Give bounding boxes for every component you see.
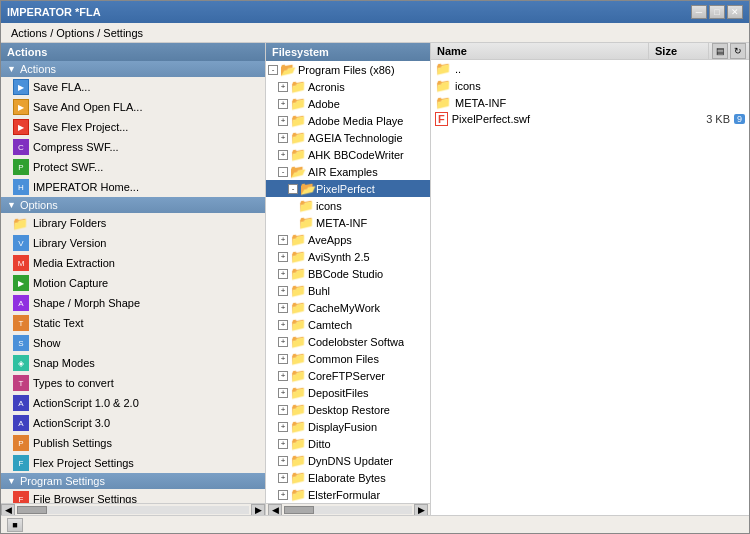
file-label: icons — [455, 80, 481, 92]
action-home[interactable]: H IMPERATOR Home... — [1, 177, 265, 197]
tree-item[interactable]: + 📁 DynDNS Updater — [266, 452, 430, 469]
tree-item[interactable]: + 📁 AGEIA Technologie — [266, 129, 430, 146]
library-version-icon: V — [13, 235, 29, 251]
menu-actions-options-settings[interactable]: Actions / Options / Settings — [5, 26, 149, 40]
expand-button[interactable]: - — [268, 65, 278, 75]
action-library-version[interactable]: V Library Version — [1, 233, 265, 253]
expand-button[interactable]: + — [278, 354, 288, 364]
action-protect[interactable]: P Protect SWF... — [1, 157, 265, 177]
tree-item[interactable]: - 📂 Program Files (x86) — [266, 61, 430, 78]
action-snap-modes[interactable]: ◈ Snap Modes — [1, 353, 265, 373]
expand-button[interactable]: + — [278, 405, 288, 415]
expand-button[interactable]: + — [278, 116, 288, 126]
expand-button[interactable]: + — [278, 303, 288, 313]
tree-item[interactable]: + 📁 Codelobster Softwa — [266, 333, 430, 350]
tree-label: AHK BBCodeWriter — [308, 149, 404, 161]
scroll-right-button[interactable]: ▶ — [414, 504, 428, 516]
tree-item[interactable]: + 📁 AHK BBCodeWriter — [266, 146, 430, 163]
expand-button[interactable]: + — [278, 133, 288, 143]
expand-button[interactable]: - — [278, 167, 288, 177]
tree-item-selected[interactable]: - 📂 PixelPerfect — [266, 180, 430, 197]
expand-button[interactable]: + — [278, 99, 288, 109]
tree-item[interactable]: + 📁 Desktop Restore — [266, 401, 430, 418]
action-file-browser[interactable]: F File Browser Settings — [1, 489, 265, 503]
expand-button[interactable]: + — [278, 473, 288, 483]
action-save-flex[interactable]: ▶ Save Flex Project... — [1, 117, 265, 137]
action-library-folders[interactable]: 📁 Library Folders — [1, 213, 265, 233]
tree-item[interactable]: + 📁 Acronis — [266, 78, 430, 95]
expand-button[interactable]: + — [278, 422, 288, 432]
expand-button[interactable]: + — [278, 286, 288, 296]
tree-item[interactable]: + 📁 ElsterFormular — [266, 486, 430, 503]
expand-button[interactable]: + — [278, 456, 288, 466]
tree-label: Codelobster Softwa — [308, 336, 404, 348]
restore-button[interactable]: □ — [709, 5, 725, 19]
tree-item[interactable]: + 📁 Ditto — [266, 435, 430, 452]
action-show[interactable]: S Show — [1, 333, 265, 353]
scroll-right-button[interactable]: ▶ — [251, 504, 265, 516]
expand-button[interactable]: + — [278, 82, 288, 92]
tree-item[interactable]: + 📁 AveApps — [266, 231, 430, 248]
expand-button[interactable]: - — [288, 184, 298, 194]
expand-button[interactable]: + — [278, 320, 288, 330]
expand-button[interactable]: + — [278, 439, 288, 449]
folder-icon: 📁 — [290, 487, 306, 502]
action-compress[interactable]: C Compress SWF... — [1, 137, 265, 157]
folder-icon: 📁 — [290, 436, 306, 451]
list-item[interactable]: F PixelPerfect.swf 3 KB 9 — [431, 111, 749, 127]
tree-item[interactable]: + 📁 BBCode Studio — [266, 265, 430, 282]
action-as3[interactable]: A ActionScript 3.0 — [1, 413, 265, 433]
action-static-text[interactable]: T Static Text — [1, 313, 265, 333]
action-save-open-fla[interactable]: ▶ Save And Open FLA... — [1, 97, 265, 117]
close-button[interactable]: ✕ — [727, 5, 743, 19]
action-as1[interactable]: A ActionScript 1.0 & 2.0 — [1, 393, 265, 413]
action-shape-morph[interactable]: A Shape / Morph Shape — [1, 293, 265, 313]
view-icon-button[interactable]: ▤ — [712, 43, 728, 59]
refresh-icon-button[interactable]: ↻ — [730, 43, 746, 59]
action-types-convert[interactable]: T Types to convert — [1, 373, 265, 393]
tree-item[interactable]: + 📁 Adobe Media Playe — [266, 112, 430, 129]
tree-label: Elaborate Bytes — [308, 472, 386, 484]
expand-button[interactable]: + — [278, 269, 288, 279]
column-size-header[interactable]: Size — [649, 43, 709, 59]
tree-item[interactable]: + 📁 Camtech — [266, 316, 430, 333]
tree-item[interactable]: + 📁 AviSynth 2.5 — [266, 248, 430, 265]
folder-icon: 📁 — [290, 470, 306, 485]
expand-button[interactable]: + — [278, 252, 288, 262]
action-flex-project-settings[interactable]: F Flex Project Settings — [1, 453, 265, 473]
expand-button[interactable]: + — [278, 235, 288, 245]
list-item[interactable]: 📁 .. — [431, 60, 749, 77]
scroll-left-button[interactable]: ◀ — [1, 504, 15, 516]
tree-item[interactable]: + 📁 DisplayFusion — [266, 418, 430, 435]
action-media-extraction[interactable]: M Media Extraction — [1, 253, 265, 273]
expand-button[interactable]: + — [278, 388, 288, 398]
tree-item[interactable]: + 📁 Adobe — [266, 95, 430, 112]
tree-item[interactable]: 📁 META-INF — [266, 214, 430, 231]
list-item[interactable]: 📁 icons — [431, 77, 749, 94]
action-save-fla[interactable]: ▶ Save FLA... — [1, 77, 265, 97]
action-publish-settings[interactable]: P Publish Settings — [1, 433, 265, 453]
tree-item[interactable]: + 📁 Common Files — [266, 350, 430, 367]
tree-item[interactable]: - 📂 AIR Examples — [266, 163, 430, 180]
scroll-left-button[interactable]: ◀ — [268, 504, 282, 516]
filesystem-hscrollbar[interactable]: ◀ ▶ — [266, 503, 430, 515]
filesystem-tree[interactable]: - 📂 Program Files (x86) + 📁 Acronis + 📁 … — [266, 61, 430, 503]
expand-button[interactable]: + — [278, 371, 288, 381]
list-item[interactable]: 📁 META-INF — [431, 94, 749, 111]
tree-item[interactable]: + 📁 DepositFiles — [266, 384, 430, 401]
tree-item[interactable]: + 📁 Buhl — [266, 282, 430, 299]
tree-item[interactable]: + 📁 Elaborate Bytes — [266, 469, 430, 486]
left-horizontal-scrollbar[interactable]: ◀ ▶ — [1, 503, 265, 515]
tree-item[interactable]: + 📁 CacheMyWork — [266, 299, 430, 316]
expand-button[interactable]: + — [278, 490, 288, 500]
column-name-header[interactable]: Name — [431, 43, 649, 59]
expand-button[interactable]: + — [278, 337, 288, 347]
tree-item[interactable]: + 📁 CoreFTPServer — [266, 367, 430, 384]
tree-label: AGEIA Technologie — [308, 132, 403, 144]
minimize-button[interactable]: ─ — [691, 5, 707, 19]
tree-item[interactable]: 📁 icons — [266, 197, 430, 214]
action-motion-capture[interactable]: ▶ Motion Capture — [1, 273, 265, 293]
status-button[interactable]: ■ — [7, 518, 23, 532]
scroll-thumb — [284, 506, 314, 514]
expand-button[interactable]: + — [278, 150, 288, 160]
